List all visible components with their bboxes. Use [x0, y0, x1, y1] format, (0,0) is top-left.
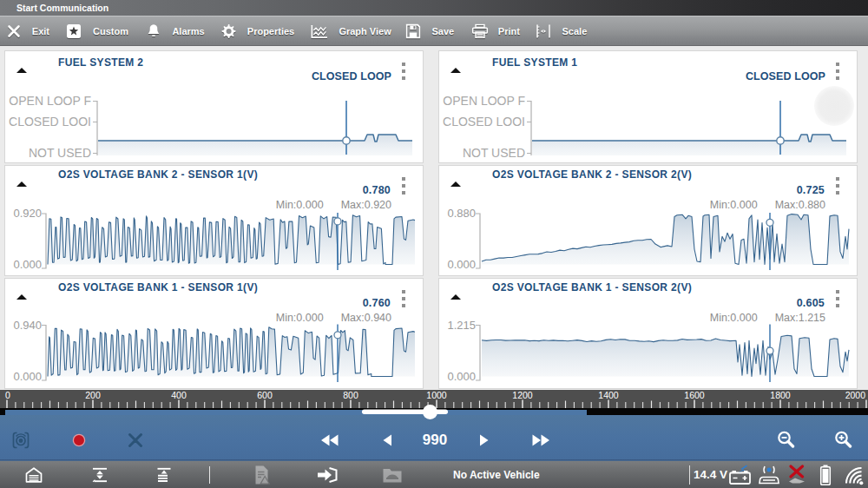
svg-text:400: 400	[171, 390, 187, 400]
svg-text:1800: 1800	[770, 390, 791, 400]
svg-text:1000: 1000	[426, 390, 447, 400]
svg-text:0: 0	[5, 390, 10, 400]
svg-text:2000: 2000	[845, 390, 866, 400]
svg-text:1600: 1600	[684, 390, 705, 400]
svg-text:600: 600	[257, 390, 273, 400]
svg-text:1200: 1200	[512, 390, 533, 400]
svg-text:1400: 1400	[598, 390, 619, 400]
svg-text:800: 800	[343, 390, 358, 400]
svg-text:200: 200	[85, 390, 101, 400]
